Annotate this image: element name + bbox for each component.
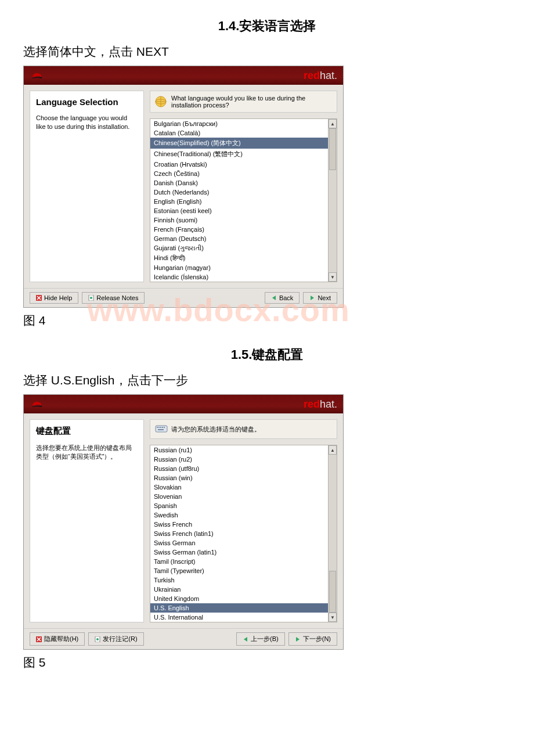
- arrow-right-icon: [295, 636, 301, 642]
- scroll-thumb[interactable]: [329, 571, 336, 613]
- scroll-up-button[interactable]: ▲: [329, 445, 337, 455]
- list-item[interactable]: English (English): [150, 197, 328, 206]
- list-item[interactable]: Hungarian (magyar): [150, 263, 328, 272]
- list-item[interactable]: Dutch (Nederlands): [150, 188, 328, 197]
- document-icon: [88, 295, 94, 301]
- list-item[interactable]: Swiss French: [150, 520, 328, 529]
- list-item[interactable]: Gujarati (ગુજરાતી): [150, 243, 328, 253]
- list-item[interactable]: Turkish: [150, 575, 328, 585]
- side-title: 键盘配置: [36, 426, 138, 437]
- side-panel: Language Selection Choose the language y…: [30, 91, 144, 282]
- installer-titlebar: redhat.: [24, 66, 343, 85]
- list-item[interactable]: Tamil (Inscript): [150, 557, 328, 566]
- svg-rect-6: [157, 427, 158, 428]
- list-item[interactable]: Estonian (eesti keel): [150, 206, 328, 215]
- scrollbar[interactable]: ▲ ▼: [328, 119, 337, 282]
- list-item[interactable]: Swiss German: [150, 538, 328, 548]
- arrow-right-icon: [309, 295, 315, 301]
- language-listbox[interactable]: Bulgarian (Български)Catalan (Català)Chi…: [150, 118, 337, 282]
- globe-icon: [155, 96, 167, 107]
- prompt-text: 请为您的系统选择适当的键盘。: [171, 425, 261, 434]
- language-installer-window: redhat. Language Selection Choose the la…: [23, 66, 344, 308]
- list-item[interactable]: Croatian (Hrvatski): [150, 160, 328, 169]
- list-item[interactable]: Swiss French (latin1): [150, 529, 328, 538]
- list-item[interactable]: Catalan (Català): [150, 128, 328, 138]
- list-item[interactable]: Russian (ru2): [150, 455, 328, 464]
- arrow-left-icon: [243, 636, 248, 642]
- prompt-text: What language would you like to use duri…: [171, 95, 332, 109]
- scroll-down-button[interactable]: ▼: [329, 272, 337, 282]
- list-item[interactable]: Bulgarian (Български): [150, 119, 328, 128]
- list-item[interactable]: Icelandic (Íslenska): [150, 272, 328, 282]
- list-item[interactable]: Swiss German (latin1): [150, 548, 328, 557]
- svg-point-4: [90, 297, 92, 299]
- list-item[interactable]: French (Français): [150, 225, 328, 234]
- list-item[interactable]: Russian (ru1): [150, 445, 328, 455]
- figure-caption-4: 图 4: [23, 312, 511, 329]
- next-button[interactable]: 下一步(N): [288, 632, 337, 646]
- keyboard-icon: [155, 423, 167, 435]
- release-notes-button[interactable]: 发行注记(R): [88, 632, 143, 646]
- section-title-1: 1.4.安装语言选择: [23, 17, 511, 35]
- list-item[interactable]: Czech (Čeština): [150, 169, 328, 178]
- list-item[interactable]: Swedish: [150, 510, 328, 520]
- svg-rect-5: [156, 426, 167, 432]
- list-item[interactable]: U.S. International: [150, 613, 328, 622]
- list-item[interactable]: Danish (Dansk): [150, 178, 328, 188]
- back-button[interactable]: Back: [265, 292, 300, 304]
- side-title: Language Selection: [36, 97, 138, 107]
- svg-point-14: [96, 638, 99, 640]
- list-item[interactable]: Chinese(Traditional) (繁體中文): [150, 149, 328, 160]
- scrollbar[interactable]: ▲ ▼: [328, 445, 337, 622]
- section-title-2: 1.5.键盘配置: [23, 346, 511, 363]
- svg-rect-10: [164, 427, 165, 428]
- prompt: What language would you like to use duri…: [150, 91, 337, 113]
- list-item[interactable]: German (Deutsch): [150, 234, 328, 243]
- list-item[interactable]: U.S. English: [150, 603, 328, 613]
- hide-help-button[interactable]: Hide Help: [30, 292, 78, 304]
- side-description: Choose the language you would like to us…: [36, 114, 138, 132]
- close-icon: [36, 295, 42, 301]
- keyboard-listbox[interactable]: Russian (ru1)Russian (ru2)Russian (utf8r…: [150, 445, 337, 622]
- list-item[interactable]: Hindi (हिन्दी): [150, 253, 328, 263]
- list-item[interactable]: Russian (utf8ru): [150, 464, 328, 473]
- svg-rect-7: [158, 427, 160, 428]
- close-icon: [36, 636, 42, 642]
- list-item[interactable]: United Kingdom: [150, 594, 328, 603]
- brand-text: redhat.: [304, 70, 337, 82]
- side-panel: 键盘配置 选择您要在系统上使用的键盘布局类型（例如“美国英语式”）。: [30, 419, 144, 622]
- list-item[interactable]: Slovakian: [150, 483, 328, 492]
- svg-rect-9: [162, 427, 163, 428]
- list-item[interactable]: Finnish (suomi): [150, 215, 328, 225]
- prompt: 请为您的系统选择适当的键盘。: [150, 419, 337, 439]
- arrow-left-icon: [271, 295, 277, 301]
- next-button[interactable]: Next: [303, 292, 337, 304]
- scroll-thumb[interactable]: [329, 128, 336, 170]
- document-icon: [95, 636, 100, 642]
- instruction-1: 选择简体中文，点击 NEXT: [23, 44, 511, 60]
- release-notes-button[interactable]: Release Notes: [82, 292, 145, 304]
- hide-help-button[interactable]: 隐藏帮助(H): [30, 632, 85, 646]
- installer-titlebar: redhat.: [24, 395, 343, 413]
- svg-rect-11: [158, 429, 164, 430]
- back-button[interactable]: 上一步(B): [236, 632, 285, 646]
- list-item[interactable]: Russian (win): [150, 473, 328, 483]
- brand-text: redhat.: [304, 398, 337, 411]
- list-item[interactable]: Ukrainian: [150, 585, 328, 594]
- list-item[interactable]: Slovenian: [150, 492, 328, 501]
- scroll-up-button[interactable]: ▲: [329, 119, 337, 128]
- side-description: 选择您要在系统上使用的键盘布局类型（例如“美国英语式”）。: [36, 444, 138, 462]
- list-item[interactable]: Chinese(Simplified) (简体中文): [150, 138, 328, 149]
- keyboard-installer-window: redhat. 键盘配置 选择您要在系统上使用的键盘布局类型（例如“美国英语式”…: [23, 394, 344, 650]
- scroll-down-button[interactable]: ▼: [329, 613, 337, 622]
- redhat-logo-icon: [30, 68, 45, 83]
- redhat-logo-icon: [30, 397, 45, 412]
- instruction-2: 选择 U.S.English，点击下一步: [23, 372, 511, 388]
- figure-caption-5: 图 5: [23, 654, 511, 671]
- svg-rect-8: [160, 427, 161, 428]
- list-item[interactable]: Tamil (Typewriter): [150, 566, 328, 575]
- list-item[interactable]: Spanish: [150, 501, 328, 510]
